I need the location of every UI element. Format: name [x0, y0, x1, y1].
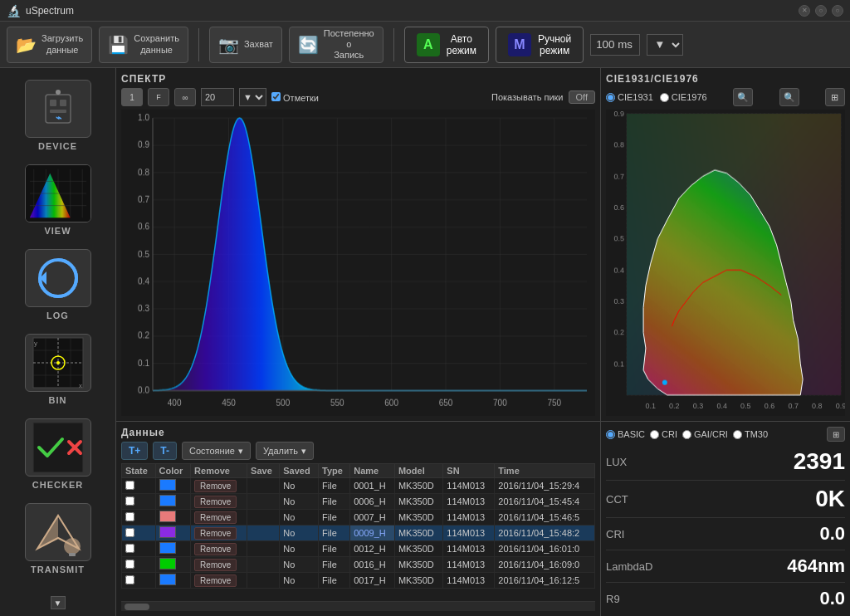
lambdad-row: LambdaD 464nm [606, 555, 845, 577]
sidebar-item-view[interactable]: VIEW [8, 159, 108, 241]
ms-input[interactable] [590, 34, 640, 56]
transmit-label: TRANSMIT [31, 565, 85, 574]
meas-grid-button[interactable]: ⊞ [827, 427, 845, 442]
state-checkbox[interactable] [125, 575, 134, 584]
font-larger-button[interactable]: T+ [121, 442, 148, 460]
remove-button[interactable]: Remove [194, 496, 237, 508]
remove-button[interactable]: Remove [194, 511, 237, 524]
gaicri-tab[interactable]: GAI/CRI [682, 429, 728, 439]
titlebar: 🔬 uSpectrum ✕ ○ ○ [0, 0, 850, 22]
close-btn[interactable]: ✕ [799, 5, 810, 17]
maximize-btn[interactable]: ○ [832, 5, 843, 17]
table-row[interactable]: Remove No File 0016_H MK350D 114M013 201… [122, 557, 595, 573]
cell-sn: 114M013 [443, 573, 495, 589]
cie1976-radio[interactable] [660, 93, 669, 102]
cell-sn: 114M013 [443, 541, 495, 557]
spec-select[interactable]: ▼ [239, 88, 266, 106]
folder-icon: 📂 [16, 35, 37, 55]
col-type: Type [319, 464, 350, 478]
record-button[interactable]: 🔄 ПостепеннооЗапись [289, 27, 383, 63]
remove-button[interactable]: Remove [194, 574, 237, 587]
cri-tab[interactable]: CRI [650, 429, 677, 439]
sidebar-item-bin[interactable]: y x BIN [8, 329, 108, 410]
minimize-btn[interactable]: ○ [815, 5, 827, 17]
peaks-toggle-button[interactable]: Off [569, 90, 595, 104]
spec-btn-f[interactable]: F [148, 88, 169, 106]
table-row[interactable]: Remove No File 0017_H MK350D 114M013 201… [122, 573, 595, 589]
cie-zoom-in-button[interactable]: 🔍 [779, 88, 799, 106]
sidebar-down-arrow[interactable]: ▼ [51, 596, 66, 609]
cri-row: CRI 0.0 [606, 523, 845, 545]
cell-type: File [319, 557, 350, 573]
table-row[interactable]: Remove No File 0001_H MK350D 114M013 201… [122, 478, 595, 494]
table-row[interactable]: Remove No File 0006_H MK350D 114M013 201… [122, 494, 595, 510]
spec-btn-1[interactable]: 1 [121, 88, 143, 106]
checker-icon-box [25, 418, 91, 477]
basic-tab[interactable]: BASIC [606, 429, 645, 439]
cell-time: 2016/11/04_16:09:0 [495, 557, 595, 573]
spec-btn-inf[interactable]: ∞ [174, 88, 196, 106]
data-panel: Данные T+ T- Состояние ▾ Удалить ▾ [116, 422, 601, 616]
state-checkbox[interactable] [125, 560, 134, 569]
cell-sn: 114M013 [443, 526, 495, 541]
cri-radio[interactable] [650, 430, 659, 439]
state-checkbox[interactable] [125, 481, 134, 490]
load-data-button[interactable]: 📂 Загрузитьданные [7, 27, 92, 63]
manual-mode-button[interactable]: M Ручнойрежим [496, 27, 584, 63]
cell-type: File [319, 478, 350, 494]
remove-button[interactable]: Remove [194, 527, 237, 540]
spec-value-input[interactable] [201, 88, 234, 106]
state-checkbox[interactable] [125, 512, 134, 521]
table-row[interactable]: Remove No File 0009_H MK350D 114M013 201… [122, 526, 595, 541]
sidebar-item-checker[interactable]: CHECKER [8, 413, 108, 495]
cell-remove: Remove [191, 526, 247, 541]
delete-dropdown[interactable]: Удалить ▾ [256, 442, 314, 460]
load-data-label: Загрузитьданные [42, 33, 83, 55]
state-checkbox[interactable] [125, 528, 134, 537]
cell-save [247, 541, 280, 557]
scrollbar-thumb[interactable] [125, 604, 149, 610]
tm30-tab[interactable]: TM30 [733, 429, 768, 439]
font-smaller-button[interactable]: T- [153, 442, 177, 460]
marks-checkbox[interactable] [271, 92, 281, 101]
cell-saved: No [280, 526, 319, 541]
cell-time: 2016/11/04_15:45:4 [495, 494, 595, 510]
peaks-label: Показывать пики [491, 92, 564, 102]
table-row[interactable]: Remove No File 0007_H MK350D 114M013 201… [122, 510, 595, 526]
remove-button[interactable]: Remove [194, 480, 237, 492]
table-row[interactable]: Remove No File 0012_H MK350D 114M013 201… [122, 541, 595, 557]
cell-color [155, 573, 191, 589]
state-checkbox[interactable] [125, 544, 134, 553]
marks-label: Отметки [271, 92, 319, 103]
state-dropdown[interactable]: Состояние ▾ [182, 442, 251, 460]
spectrum-panel: СПЕКТР 1 F ∞ ▼ Отметки Показывать пики [116, 68, 601, 421]
cell-color [155, 494, 191, 510]
cell-state [122, 573, 156, 589]
svg-point-27 [56, 361, 60, 364]
remove-button[interactable]: Remove [194, 559, 237, 571]
cell-save [247, 557, 280, 573]
cie1931-radio[interactable] [606, 93, 615, 102]
basic-radio[interactable] [606, 430, 615, 439]
cell-saved: No [280, 541, 319, 557]
save-data-button[interactable]: 💾 Сохранитьданные [99, 27, 188, 63]
gaicri-radio[interactable] [682, 430, 691, 439]
remove-button[interactable]: Remove [194, 543, 237, 555]
cell-state [122, 478, 156, 494]
cie-zoom-out-button[interactable]: 🔍 [733, 88, 753, 106]
ms-select[interactable]: ▼ [647, 34, 683, 56]
horizontal-scrollbar[interactable] [121, 601, 595, 611]
cie-grid-button[interactable]: ⊞ [825, 88, 845, 106]
bottom-panels: Данные T+ T- Состояние ▾ Удалить ▾ [116, 422, 850, 616]
tm30-radio[interactable] [733, 430, 742, 439]
cie-canvas [606, 110, 845, 416]
cell-saved: No [280, 573, 319, 589]
sidebar-item-device[interactable]: ⌁ DEVICE [8, 75, 108, 156]
svg-text:y: y [34, 340, 37, 347]
sidebar-item-transmit[interactable]: TRANSMIT [8, 498, 108, 579]
capture-button[interactable]: 📷 Захват [209, 27, 282, 63]
auto-mode-button[interactable]: A Авторежим [404, 27, 489, 63]
sidebar-item-log[interactable]: LOG [8, 244, 108, 325]
state-checkbox[interactable] [125, 496, 134, 506]
data-table-wrapper: State Color Remove Save Saved Type Name … [121, 463, 595, 601]
